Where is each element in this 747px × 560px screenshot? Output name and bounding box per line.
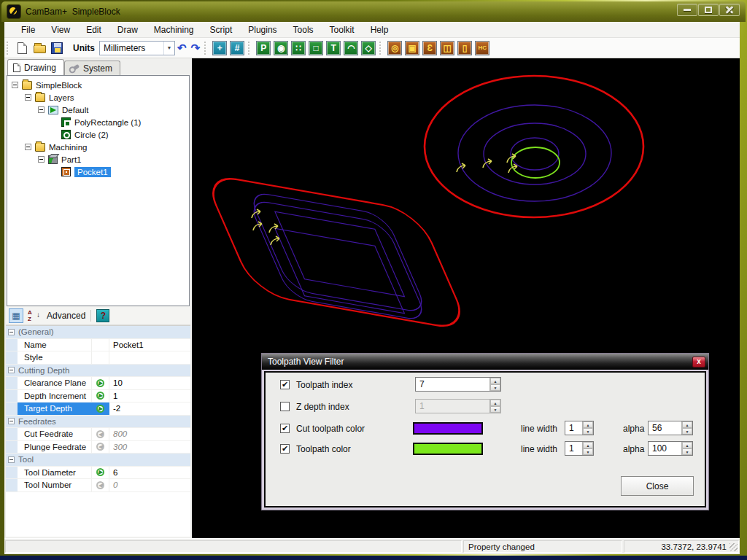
toolpath-color-swatch[interactable] [413, 443, 483, 455]
menu-help[interactable]: Help [363, 23, 397, 37]
category-general[interactable]: (General) [6, 326, 190, 339]
tree-item-pocket1[interactable]: Pocket1 [7, 166, 189, 178]
collapse-icon[interactable] [25, 94, 31, 101]
arc-icon[interactable]: ◠ [344, 41, 358, 55]
menu-draw[interactable]: Draw [109, 23, 146, 37]
property-value[interactable]: 1 [109, 392, 190, 400]
tree-item-polyrectangle[interactable]: PolyRectangle (1) [7, 116, 189, 128]
spinner-arrows-icon[interactable] [582, 421, 593, 435]
collapse-icon[interactable] [8, 329, 15, 335]
menu-machining[interactable]: Machining [146, 23, 202, 37]
new-file-button[interactable] [15, 41, 29, 55]
redo-button[interactable]: ↷ [191, 42, 201, 55]
property-row-depth-increment[interactable]: Depth Increment▶1 [6, 390, 190, 403]
close-button[interactable] [719, 4, 740, 16]
property-row-target-depth[interactable]: Target Depth▶-2 [6, 402, 190, 416]
circle-toolpath-group[interactable] [425, 76, 643, 217]
spinner-arrows-icon[interactable] [489, 378, 500, 391]
menu-plugins[interactable]: Plugins [240, 23, 285, 37]
property-row-name[interactable]: NamePocket1 [6, 339, 190, 352]
rectangle-toolpath-group[interactable] [202, 174, 471, 331]
tree-item-simpleblock[interactable]: SimpleBlock [7, 79, 189, 91]
titlebar[interactable]: CamBam+ SimpleBlock [1, 1, 746, 22]
menu-tools[interactable]: Tools [285, 23, 322, 37]
menu-script[interactable]: Script [202, 23, 241, 37]
property-row-clearance-plane[interactable]: Clearance Plane▶10 [6, 377, 190, 390]
rectangle-icon[interactable]: □ [309, 41, 323, 55]
spinner-arrows-icon[interactable] [681, 421, 692, 435]
property-row-cut-feedrate[interactable]: Cut Feedrate◀800 [6, 428, 190, 441]
maximize-button[interactable] [698, 4, 719, 16]
property-row-tool-number[interactable]: Tool Number◀0 [6, 479, 190, 492]
toolpath-index-checkbox[interactable]: ✔ [280, 380, 290, 389]
advanced-button[interactable]: Advanced [47, 311, 85, 321]
tab-system[interactable]: System [64, 61, 120, 75]
axes-icon[interactable]: + [212, 41, 227, 55]
tab-drawing[interactable]: Drawing [7, 59, 64, 75]
property-value[interactable]: 0 [109, 481, 190, 489]
menu-edit[interactable]: Edit [78, 23, 109, 37]
undo-button[interactable]: ↶ [177, 42, 187, 55]
profile3d-op-icon[interactable]: ▯ [457, 41, 472, 55]
pocket-op-icon[interactable]: ▣ [405, 41, 419, 55]
category-feedrates[interactable]: Feedrates [6, 416, 190, 429]
points-icon[interactable]: ∷ [291, 41, 306, 55]
menu-file[interactable]: File [13, 23, 43, 37]
property-value[interactable]: 10 [109, 378, 190, 387]
profile-op-icon[interactable]: ◎ [387, 41, 402, 55]
surface-icon[interactable]: ◇ [361, 41, 376, 55]
text-icon[interactable]: T [326, 41, 341, 55]
category-tool[interactable]: Tool [6, 454, 190, 467]
chevron-down-icon[interactable] [163, 42, 174, 55]
tree-item-circle[interactable]: Circle (2) [7, 128, 189, 141]
collapse-icon[interactable] [38, 156, 44, 163]
cut-line-width-spinner[interactable]: 1 [565, 421, 594, 435]
tree-item-part1[interactable]: Part1 [7, 153, 189, 166]
toolbar-grip[interactable] [248, 42, 252, 55]
collapse-icon[interactable] [12, 82, 18, 88]
dialog-titlebar[interactable]: Toolpath View Filter x [262, 354, 708, 370]
alphabetical-sort-button[interactable]: A Z ↓ [26, 308, 41, 323]
toolbar-grip[interactable] [204, 42, 208, 55]
alpha-spinner[interactable]: 100 [648, 441, 693, 456]
resize-grip[interactable] [729, 543, 738, 551]
toolpath-index-spinner[interactable]: 7 [415, 377, 501, 392]
z-depth-index-checkbox[interactable] [280, 402, 290, 411]
menu-toolkit[interactable]: Toolkit [322, 23, 363, 37]
save-button[interactable] [50, 41, 64, 55]
tree-item-layers[interactable]: Layers [7, 91, 189, 104]
toolbar-grip[interactable] [7, 42, 10, 55]
categorized-view-button[interactable]: ▦ [9, 308, 23, 323]
gcode-op-icon[interactable]: HC [475, 41, 489, 55]
spinner-arrows-icon[interactable] [582, 442, 593, 455]
property-value[interactable]: -2 [109, 404, 190, 413]
collapse-icon[interactable] [8, 456, 15, 463]
menu-view[interactable]: View [43, 23, 78, 37]
toolpath-color-checkbox[interactable]: ✔ [280, 444, 290, 454]
property-row-tool-diameter[interactable]: Tool Diameter▶6 [6, 467, 190, 480]
tree-item-machining[interactable]: Machining [7, 141, 189, 153]
collapse-icon[interactable] [8, 367, 15, 373]
spinner-arrows-icon[interactable] [681, 442, 692, 455]
minimize-button[interactable] [677, 4, 697, 16]
property-row-plunge-feedrate[interactable]: Plunge Feedrate◀300 [6, 441, 190, 454]
property-value[interactable]: 300 [109, 443, 190, 451]
toolbar-grip[interactable] [379, 42, 383, 55]
tree-item-default-layer[interactable]: Default [7, 104, 189, 116]
collapse-icon[interactable] [8, 418, 15, 424]
property-row-style[interactable]: Style [6, 351, 190, 365]
property-value[interactable]: 800 [109, 429, 190, 438]
cut-toolpath-color-swatch[interactable] [413, 422, 483, 435]
polyline-icon[interactable]: P [256, 41, 271, 55]
grid-icon[interactable]: # [230, 41, 244, 55]
dialog-close-action-button[interactable]: Close [621, 476, 694, 496]
line-width-spinner[interactable]: 1 [565, 441, 594, 456]
dialog-close-button[interactable]: x [692, 357, 705, 368]
circle-draw-icon[interactable]: ◉ [274, 41, 288, 55]
units-combo[interactable]: Millimeters [99, 41, 175, 55]
collapse-icon[interactable] [25, 144, 31, 150]
open-file-button[interactable] [32, 41, 47, 55]
property-value[interactable]: 6 [109, 468, 190, 477]
engrave-op-icon[interactable]: Ɛ [422, 41, 437, 55]
property-value[interactable]: Pocket1 [109, 341, 190, 349]
